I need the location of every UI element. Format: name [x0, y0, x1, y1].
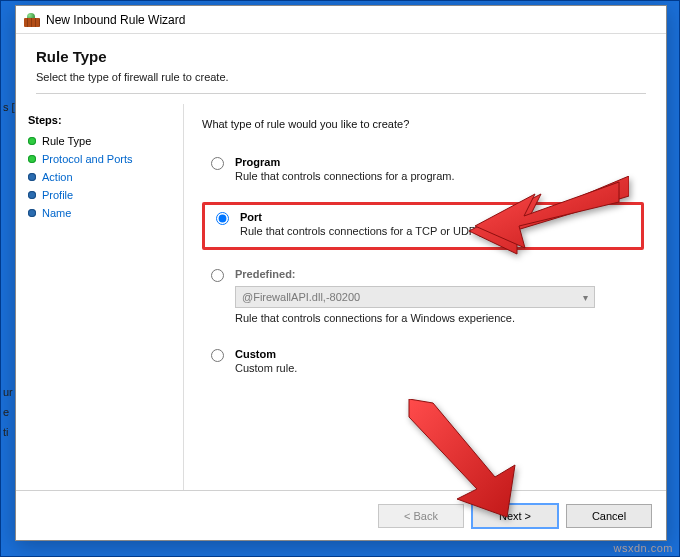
option-custom[interactable]: Custom Custom rule. [202, 344, 644, 380]
step-rule-type[interactable]: Rule Type [26, 132, 177, 150]
step-name[interactable]: Name [26, 204, 177, 222]
step-bullet-icon [28, 173, 36, 181]
page-subtitle: Select the type of firewall rule to crea… [36, 71, 646, 83]
titlebar[interactable]: New Inbound Rule Wizard [16, 6, 666, 34]
prompt-text: What type of rule would you like to crea… [202, 118, 644, 130]
step-bullet-icon [28, 137, 36, 145]
window-title: New Inbound Rule Wizard [46, 13, 185, 27]
step-label: Rule Type [42, 135, 91, 147]
page-title: Rule Type [36, 48, 646, 65]
annotation-highlight-port: Port Rule that controls connections for … [202, 202, 644, 250]
watermark: wsxdn.com [613, 542, 673, 554]
radio-program[interactable] [211, 157, 224, 170]
wizard-window: New Inbound Rule Wizard Rule Type Select… [15, 5, 667, 541]
option-program[interactable]: Program Rule that controls connections f… [202, 152, 644, 188]
step-protocol-and-ports[interactable]: Protocol and Ports [26, 150, 177, 168]
step-profile[interactable]: Profile [26, 186, 177, 204]
option-description: Rule that controls connections for a TCP… [240, 225, 501, 237]
back-button[interactable]: < Back [378, 504, 464, 528]
step-action[interactable]: Action [26, 168, 177, 186]
option-label: Port [240, 211, 501, 223]
step-label: Action [42, 171, 73, 183]
steps-panel: Steps: Rule Type Protocol and Ports Acti… [16, 104, 184, 492]
option-description: Custom rule. [235, 362, 297, 374]
step-bullet-icon [28, 191, 36, 199]
step-bullet-icon [28, 209, 36, 217]
wizard-main: What type of rule would you like to crea… [184, 104, 666, 492]
radio-predefined[interactable] [211, 269, 224, 282]
next-button[interactable]: Next > [472, 504, 558, 528]
rule-type-options: Program Rule that controls connections f… [202, 152, 644, 380]
wizard-header: Rule Type Select the type of firewall ru… [16, 34, 666, 104]
option-label: Custom [235, 348, 297, 360]
option-label: Program [235, 156, 455, 168]
wizard-footer: < Back Next > Cancel [16, 490, 666, 540]
step-label: Profile [42, 189, 73, 201]
step-label: Protocol and Ports [42, 153, 133, 165]
option-description: Rule that controls connections for a Win… [235, 312, 595, 324]
steps-heading: Steps: [28, 114, 175, 126]
option-predefined[interactable]: Predefined: @FirewallAPI.dll,-80200 ▾ Ru… [202, 264, 644, 330]
header-divider [36, 93, 646, 94]
radio-port[interactable] [216, 212, 229, 225]
chevron-down-icon: ▾ [583, 292, 588, 303]
radio-custom[interactable] [211, 349, 224, 362]
step-label: Name [42, 207, 71, 219]
option-description: Rule that controls connections for a pro… [235, 170, 455, 182]
cancel-button[interactable]: Cancel [566, 504, 652, 528]
firewall-icon [24, 13, 40, 27]
predefined-select: @FirewallAPI.dll,-80200 ▾ [235, 286, 595, 308]
predefined-select-value: @FirewallAPI.dll,-80200 [242, 291, 360, 303]
option-port[interactable]: Port Rule that controls connections for … [211, 211, 633, 237]
option-label: Predefined: [235, 268, 595, 280]
step-bullet-icon [28, 155, 36, 163]
